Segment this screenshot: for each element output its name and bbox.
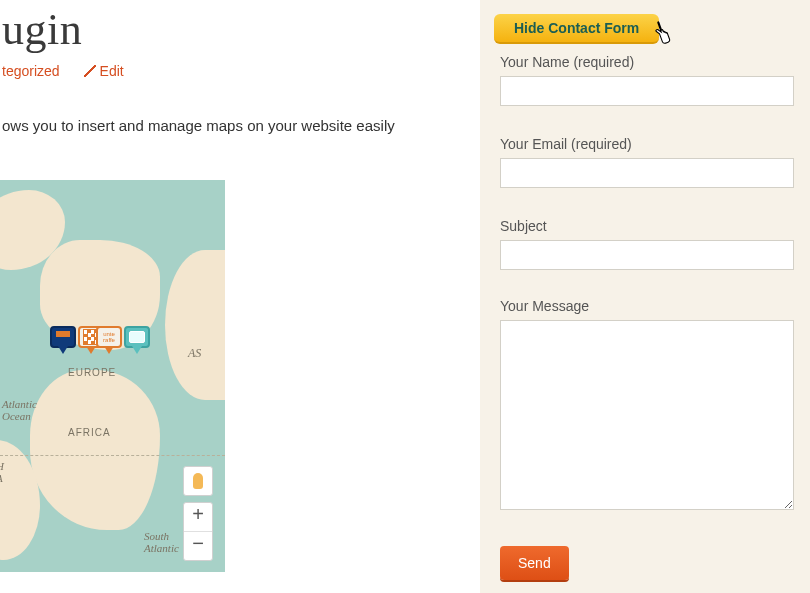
- cursor-icon: [650, 15, 686, 56]
- map-equator: [0, 455, 225, 456]
- name-input[interactable]: [500, 76, 794, 106]
- send-button[interactable]: Send: [500, 546, 569, 580]
- hide-contact-form-button[interactable]: Hide Contact Form: [494, 14, 659, 44]
- map-marker-teal[interactable]: [124, 326, 150, 356]
- landmass-africa: [30, 370, 160, 530]
- message-textarea[interactable]: [500, 320, 794, 510]
- post-meta: tegorized Edit: [0, 63, 480, 79]
- map-label-satlantic: South Atlantic: [144, 530, 179, 554]
- main-column: ugin tegorized Edit ows you to insert an…: [0, 0, 480, 593]
- map-label-nam: H A: [0, 460, 4, 484]
- map-label-asia: AS: [188, 346, 201, 361]
- email-label: Your Email (required): [500, 136, 794, 152]
- landmass-asia: [165, 250, 225, 400]
- edit-link[interactable]: Edit: [84, 63, 124, 79]
- map[interactable]: EUROPE AFRICA AS Atlantic Ocean South At…: [0, 180, 225, 572]
- map-label-europe: EUROPE: [68, 367, 116, 378]
- subject-input[interactable]: [500, 240, 794, 270]
- map-label-natlantic: Atlantic Ocean: [2, 398, 37, 422]
- zoom-in-button[interactable]: +: [184, 503, 212, 532]
- map-marker-blue[interactable]: [50, 326, 76, 356]
- hide-contact-form-label: Hide Contact Form: [514, 20, 639, 36]
- subject-label: Subject: [500, 218, 794, 234]
- zoom-control: + −: [183, 502, 213, 561]
- map-marker-brand[interactable]: unteraffe: [96, 326, 122, 356]
- page-title: ugin: [0, 4, 480, 55]
- message-label: Your Message: [500, 298, 794, 314]
- zoom-out-button[interactable]: −: [184, 532, 212, 560]
- name-label: Your Name (required): [500, 54, 794, 70]
- email-input[interactable]: [500, 158, 794, 188]
- contact-sidebar: Hide Contact Form Your Name (required) Y…: [480, 0, 810, 593]
- map-label-africa: AFRICA: [68, 427, 111, 438]
- pegman-icon[interactable]: [183, 466, 213, 496]
- category-link[interactable]: tegorized: [2, 63, 60, 79]
- tagline: ows you to insert and manage maps on you…: [0, 117, 480, 134]
- map-markers: unteraffe: [50, 326, 150, 356]
